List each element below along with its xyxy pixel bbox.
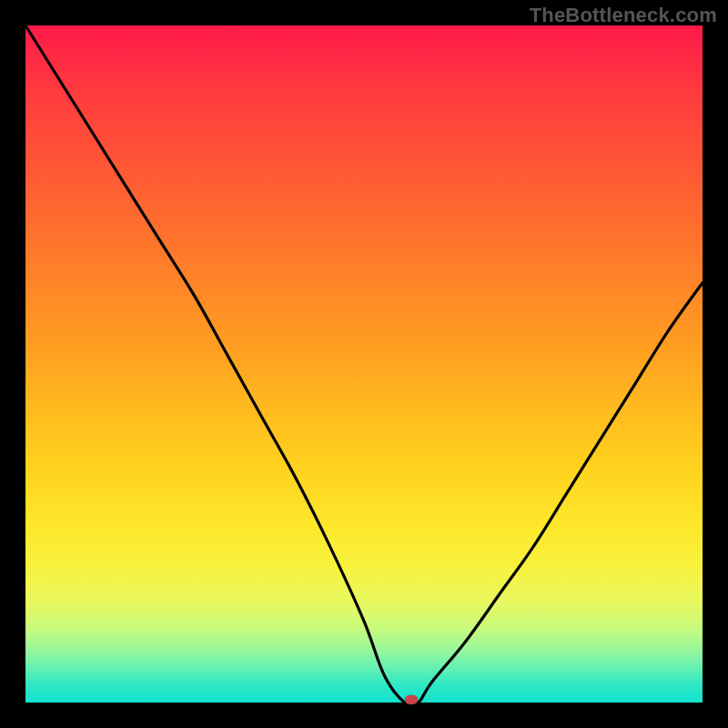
curve-svg	[25, 25, 703, 703]
plot-area	[25, 25, 703, 703]
chart-frame: TheBottleneck.com	[0, 0, 728, 728]
optimum-marker	[405, 695, 418, 704]
watermark-text: TheBottleneck.com	[530, 4, 717, 27]
bottleneck-curve	[25, 25, 703, 706]
